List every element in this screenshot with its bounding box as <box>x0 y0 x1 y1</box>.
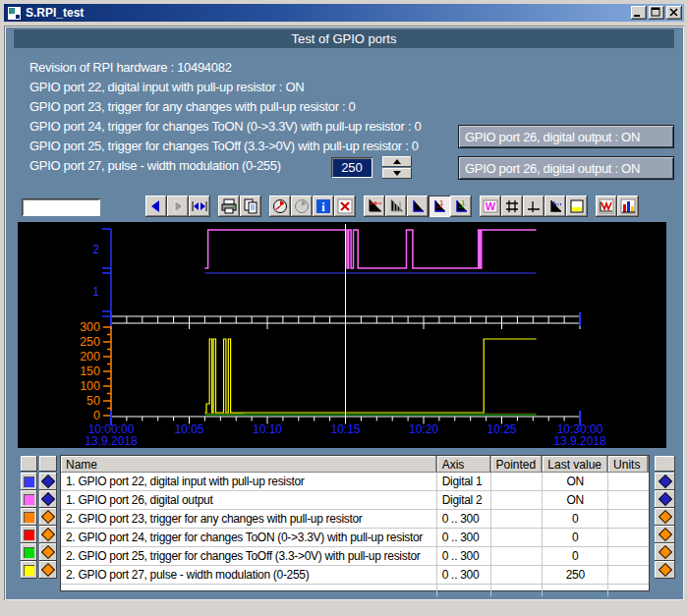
svg-text:10:20: 10:20 <box>409 422 438 436</box>
cell-pointed <box>491 473 544 490</box>
color-swatch[interactable] <box>21 526 37 543</box>
empty-row <box>61 585 649 596</box>
column-header-name[interactable]: Name <box>61 456 437 473</box>
cell-name: 1. GPIO port 22, digital input with pull… <box>61 473 437 490</box>
cell-pointed <box>491 491 544 509</box>
time-window-disabled-button[interactable] <box>291 196 313 217</box>
column-header-pointed[interactable]: Pointed <box>491 456 544 473</box>
right-column-header <box>655 456 675 472</box>
gpio26-output-button-1[interactable]: GPIO port 26, digital output : ON <box>458 125 674 148</box>
diamond-column-header <box>39 456 57 472</box>
axis-style-1-button[interactable] <box>364 196 385 217</box>
pwm-value-input[interactable]: 250 <box>331 157 373 178</box>
gpio-chart[interactable]: 2130025020015010050010:00:0013.9.201810:… <box>18 222 666 448</box>
cell-axis: 0 .. 300 <box>437 510 491 528</box>
pwm-spin-down-button[interactable] <box>382 168 412 179</box>
cell-last-value: 250 <box>543 566 608 584</box>
gpio26-output-button-2[interactable]: GPIO port 26, digital output : ON <box>458 156 674 180</box>
axis-red-1-icon: 1 <box>431 198 447 214</box>
svg-text:100: 100 <box>80 379 100 393</box>
cell-name: 1. GPIO port 26, digital output <box>61 491 437 509</box>
svg-text:250: 250 <box>80 335 100 349</box>
info-button[interactable]: i <box>313 196 334 217</box>
color-swatch[interactable] <box>21 473 37 490</box>
axis-style-5-button[interactable]: 1 <box>450 196 472 217</box>
table-row[interactable]: 2. GPIO port 23, trigger for any changes… <box>61 510 649 529</box>
title-bar: S.RPI_test <box>4 4 684 22</box>
copy-button[interactable] <box>240 196 261 217</box>
axis-cross-button[interactable] <box>523 196 545 217</box>
printer-icon <box>221 198 237 214</box>
gpio27-pwm-line: GPIO port 27, pulse - width modulation (… <box>29 158 281 174</box>
page-title: Test of GPIO ports <box>14 29 674 48</box>
visibility-diamond-button[interactable] <box>39 526 57 543</box>
visibility-diamond-button[interactable] <box>39 490 57 508</box>
curves-view-button[interactable] <box>596 196 617 217</box>
axis-style-2-button[interactable] <box>385 196 407 217</box>
axis-dotted-button[interactable]: 1 <box>545 196 566 217</box>
bars-view-button[interactable] <box>617 196 639 217</box>
column-header-axis[interactable]: Axis <box>437 456 491 473</box>
cell-last-value: 0 <box>543 547 608 565</box>
gpio24-line: GPIO port 24, trigger for changes ToON (… <box>29 119 421 135</box>
color-swatch[interactable] <box>21 543 37 561</box>
svg-text:10:10: 10:10 <box>253 422 282 436</box>
table-row[interactable]: 2. GPIO port 25, trigger for changes ToO… <box>61 547 649 566</box>
cell-units <box>608 547 649 565</box>
cell-units <box>608 510 649 528</box>
svg-text:50: 50 <box>86 394 100 408</box>
time-window-button[interactable] <box>269 196 291 217</box>
show-waveform-button[interactable]: W <box>480 196 501 217</box>
column-header-units[interactable]: Units <box>608 456 649 473</box>
svg-text:1: 1 <box>461 198 466 207</box>
column-header-last-value[interactable]: Last value <box>543 456 608 473</box>
fit-horizontal-button[interactable] <box>189 196 210 217</box>
table-row[interactable]: 2. GPIO port 27, pulse - width modulatio… <box>61 566 649 585</box>
scale-diamond-button[interactable] <box>655 508 675 526</box>
scale-diamond-button[interactable] <box>655 526 675 543</box>
show-grid-button[interactable] <box>501 196 523 217</box>
axis-red-dashed-icon <box>367 198 382 214</box>
close-button[interactable] <box>666 6 682 20</box>
axis-green-1-icon: 1 <box>453 198 469 214</box>
color-swatch[interactable] <box>21 561 37 579</box>
page-left-button[interactable] <box>145 196 167 217</box>
cursor-value-field[interactable] <box>22 198 100 216</box>
maximize-button[interactable] <box>649 6 664 20</box>
clock-gray-icon <box>294 198 310 214</box>
table-row[interactable]: 2. GPIO port 24, trigger for changes ToO… <box>61 529 649 547</box>
signal-table: NameAxisPointedLast valueUnits 1. GPIO p… <box>60 455 650 591</box>
half-yellow-icon <box>569 198 585 214</box>
clock-red-icon <box>272 198 288 214</box>
horizontal-fit-icon <box>192 198 207 214</box>
scale-diamond-button[interactable] <box>655 490 675 508</box>
svg-text:1: 1 <box>439 198 444 207</box>
cell-axis: Digital 2 <box>437 491 491 509</box>
delete-x-icon <box>337 198 353 214</box>
minimize-button[interactable] <box>631 6 647 20</box>
table-row[interactable]: 1. GPIO port 22, digital input with pull… <box>61 473 649 491</box>
scale-diamond-button[interactable] <box>655 473 675 490</box>
print-button[interactable] <box>218 196 240 217</box>
cell-pointed <box>491 510 544 528</box>
grid-icon <box>504 198 520 214</box>
page-right-button[interactable] <box>167 196 189 217</box>
axis-style-4-button[interactable]: 1 <box>429 196 450 217</box>
table-row[interactable]: 1. GPIO port 26, digital outputDigital 2… <box>61 491 649 510</box>
color-swatch[interactable] <box>21 490 37 508</box>
visibility-diamond-button[interactable] <box>39 508 57 526</box>
visibility-diamond-button[interactable] <box>39 561 57 579</box>
axis-gray-bars-icon <box>388 198 404 214</box>
visibility-diamond-button[interactable] <box>39 543 57 561</box>
scale-diamond-button[interactable] <box>655 543 675 561</box>
delete-button[interactable] <box>334 196 356 217</box>
pwm-spin-up-button[interactable] <box>382 156 412 167</box>
empty-cell <box>61 585 437 596</box>
scale-diamond-button[interactable] <box>655 561 675 579</box>
visibility-diamond-button[interactable] <box>39 473 57 490</box>
table-header-row: NameAxisPointedLast valueUnits <box>61 456 649 473</box>
axis-style-3-button[interactable] <box>407 196 429 217</box>
fill-mode-button[interactable] <box>566 196 588 217</box>
cell-pointed <box>491 529 544 546</box>
color-swatch[interactable] <box>21 508 37 526</box>
